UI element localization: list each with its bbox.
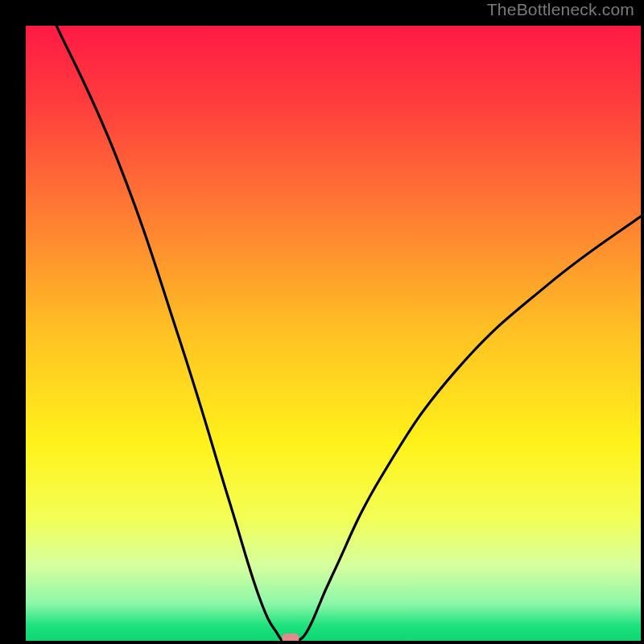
bottleneck-chart (26, 26, 641, 641)
watermark-text: TheBottleneck.com (487, 0, 634, 19)
gradient-background (26, 26, 641, 641)
chart-frame (11, 11, 633, 633)
optimal-marker (283, 634, 299, 641)
